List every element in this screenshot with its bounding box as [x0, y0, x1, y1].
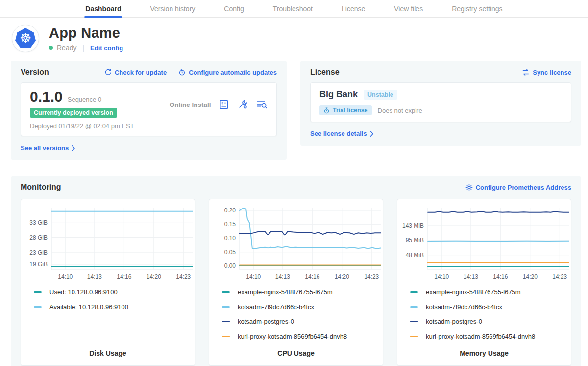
main-content: Version Check for update — [0, 55, 588, 366]
legend-label: kurl-proxy-kotsadm-8569fb6454-dnvh8 — [426, 333, 535, 340]
legend-label: example-nginx-54f8f76755-l675m — [426, 288, 521, 296]
config-tools-icon[interactable] — [237, 99, 248, 110]
legend-swatch — [410, 336, 418, 337]
top-nav: Dashboard Version history Config Trouble… — [0, 0, 588, 18]
refresh-icon — [104, 69, 112, 76]
svg-text:14:13: 14:13 — [464, 273, 478, 280]
app-status: Ready — [57, 44, 76, 52]
memory-usage-legend: example-nginx-54f8f76755-l675mkotsadm-7f… — [397, 287, 571, 340]
disk-usage-card: 19 GiB23 GiB28 GiB33 GiB14:1014:1314:161… — [21, 199, 195, 366]
kubernetes-heptagon: ☸ — [15, 28, 36, 49]
legend-item: kurl-proxy-kotsadm-8569fb6454-dnvh8 — [222, 333, 383, 340]
svg-text:14:13: 14:13 — [87, 273, 102, 280]
app-header: ☸ App Name Ready | Edit config — [0, 18, 588, 55]
legend-swatch — [222, 336, 230, 337]
svg-text:14:10: 14:10 — [434, 273, 449, 280]
kubernetes-logo: ☸ — [12, 25, 39, 52]
deploy-logs-icon[interactable] — [256, 99, 268, 110]
sequence-label: Sequence 0 — [68, 96, 101, 103]
app-name-title: App Name — [49, 25, 123, 41]
legend-swatch — [34, 291, 42, 293]
legend-swatch — [222, 291, 230, 293]
gear-icon — [466, 184, 473, 191]
legend-item: Available: 10.128.0.96:9100 — [34, 303, 195, 311]
version-panel-title: Version — [21, 68, 49, 77]
sync-license-link[interactable]: Sync license — [522, 69, 571, 76]
legend-label: kotsadm-postgres-0 — [238, 318, 294, 325]
legend-label: Used: 10.128.0.96:9100 — [49, 288, 118, 296]
legend-label: kotsadm-7f9dc7d66c-b4tcx — [238, 303, 314, 311]
legend-item: kotsadm-postgres-0 — [410, 318, 571, 325]
legend-swatch — [222, 321, 230, 322]
license-card: Big Bank Unstable Trial license Does not… — [310, 82, 571, 122]
sync-arrows-icon — [522, 69, 530, 76]
svg-text:0.15: 0.15 — [224, 221, 236, 228]
svg-text:14:20: 14:20 — [147, 273, 161, 280]
clock-refresh-icon — [178, 69, 186, 76]
tab-troubleshoot[interactable]: Troubleshoot — [272, 0, 314, 17]
legend-label: kotsadm-7f9dc7d66c-b4tcx — [426, 303, 502, 311]
edit-config-link[interactable]: Edit config — [90, 44, 123, 52]
tab-dashboard[interactable]: Dashboard — [84, 0, 122, 17]
chart-title: CPU Usage — [209, 349, 383, 357]
legend-label: example-nginx-54f8f76755-l675m — [238, 288, 333, 296]
deployed-badge: Currently deployed version — [30, 108, 117, 118]
cpu-usage-card: 0.000.050.100.150.2014:1014:1314:1614:20… — [209, 199, 383, 366]
memory-usage-card: 48 MiB95 MiB143 MiB14:1014:1314:1614:201… — [397, 199, 571, 366]
license-panel-title: License — [310, 68, 340, 77]
chart-title: Memory Usage — [397, 349, 571, 357]
kubernetes-wheel-icon: ☸ — [20, 31, 31, 45]
tab-view-files[interactable]: View files — [393, 0, 424, 17]
deployed-timestamp: Deployed 01/19/22 @ 02:04 pm EST — [30, 122, 134, 130]
svg-text:14:16: 14:16 — [305, 273, 319, 280]
cpu-usage-legend: example-nginx-54f8f76755-l675mkotsadm-7f… — [209, 287, 383, 340]
version-panel: Version Check for update — [11, 61, 287, 160]
svg-text:14:10: 14:10 — [58, 273, 73, 280]
monitoring-panel: Monitoring Configure Prometheus Address — [11, 176, 581, 366]
customer-name: Big Bank — [319, 89, 358, 100]
svg-text:14:23: 14:23 — [176, 273, 191, 280]
channel-badge: Unstable — [364, 90, 397, 100]
see-all-versions-link[interactable]: See all versions — [21, 144, 75, 152]
svg-text:0.20: 0.20 — [224, 207, 236, 214]
svg-text:48 MiB: 48 MiB — [406, 252, 424, 259]
tab-registry-settings[interactable]: Registry settings — [451, 0, 503, 17]
configure-automatic-updates-link[interactable]: Configure automatic updates — [178, 69, 277, 76]
svg-text:14:23: 14:23 — [552, 273, 567, 280]
legend-item: Used: 10.128.0.96:9100 — [34, 288, 195, 296]
legend-item: example-nginx-54f8f76755-l675m — [222, 288, 383, 296]
chart-title: Disk Usage — [21, 349, 195, 357]
legend-swatch — [410, 306, 418, 308]
legend-swatch — [222, 306, 230, 308]
svg-text:33 GiB: 33 GiB — [29, 219, 48, 226]
legend-label: kotsadm-postgres-0 — [426, 318, 482, 325]
chevron-right-icon — [72, 145, 75, 151]
divider: | — [82, 44, 84, 52]
svg-text:143 MiB: 143 MiB — [402, 222, 424, 229]
svg-text:14:16: 14:16 — [493, 273, 508, 280]
install-type-label: Online Install — [170, 101, 211, 130]
expiry-label: Does not expire — [378, 107, 422, 114]
license-panel: License Sync license Big Bank Unstable — [300, 61, 581, 146]
svg-text:14:10: 14:10 — [246, 273, 261, 280]
stopwatch-icon — [323, 107, 330, 114]
legend-item: kotsadm-7f9dc7d66c-b4tcx — [222, 303, 383, 311]
tab-config[interactable]: Config — [223, 0, 245, 17]
preflight-checks-icon[interactable] — [219, 99, 229, 110]
disk-usage-chart: 19 GiB23 GiB28 GiB33 GiB14:1014:1314:161… — [21, 204, 196, 283]
configure-prometheus-link[interactable]: Configure Prometheus Address — [466, 184, 571, 191]
trial-license-badge: Trial license — [319, 105, 372, 115]
svg-text:0.00: 0.00 — [224, 262, 236, 269]
legend-swatch — [410, 291, 418, 293]
svg-text:14:20: 14:20 — [523, 273, 538, 280]
legend-item: kurl-proxy-kotsadm-8569fb6454-dnvh8 — [410, 333, 571, 340]
tab-version-history[interactable]: Version history — [149, 0, 196, 17]
tab-license[interactable]: License — [341, 0, 366, 17]
svg-text:95 MiB: 95 MiB — [406, 237, 424, 244]
version-number: 0.1.0 — [30, 89, 63, 104]
see-license-details-link[interactable]: See license details — [310, 130, 374, 137]
legend-swatch — [34, 306, 42, 308]
svg-text:14:13: 14:13 — [275, 273, 290, 280]
current-version-card: 0.1.0 Sequence 0 Currently deployed vers… — [21, 82, 277, 136]
check-for-update-link[interactable]: Check for update — [104, 69, 167, 76]
